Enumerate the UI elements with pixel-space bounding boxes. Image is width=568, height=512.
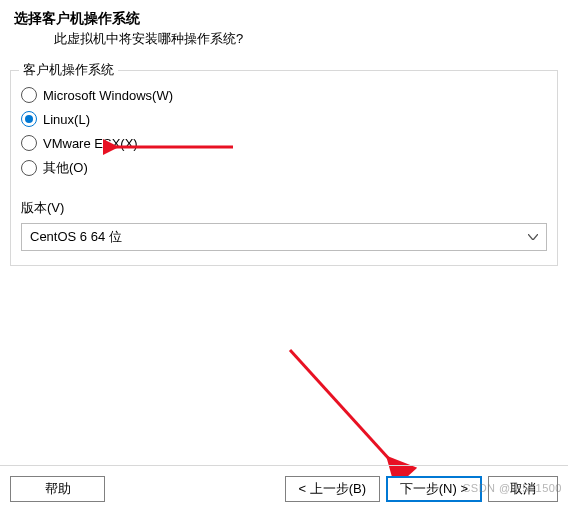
- back-button[interactable]: < 上一步(B): [285, 476, 380, 502]
- next-button[interactable]: 下一步(N) >: [386, 476, 482, 502]
- help-button[interactable]: 帮助: [10, 476, 105, 502]
- guest-os-fieldset: 客户机操作系统 Microsoft Windows(W) Linux(L) VM…: [10, 70, 558, 266]
- cancel-button[interactable]: 取消: [488, 476, 558, 502]
- wizard-button-bar: 帮助 < 上一步(B) 下一步(N) > 取消: [0, 465, 568, 502]
- wizard-header: 选择客户机操作系统 此虚拟机中将安装哪种操作系统?: [0, 0, 568, 52]
- radio-icon: [21, 135, 37, 151]
- radio-dot-icon: [25, 115, 33, 123]
- radio-label: Linux(L): [43, 112, 90, 127]
- button-label: 取消: [510, 480, 536, 498]
- radio-label: VMware ESX(X): [43, 136, 138, 151]
- page-title: 选择客户机操作系统: [14, 10, 554, 28]
- radio-label: 其他(O): [43, 159, 88, 177]
- version-select[interactable]: CentOS 6 64 位: [21, 223, 547, 251]
- chevron-down-icon: [528, 234, 538, 240]
- radio-vmware-esx[interactable]: VMware ESX(X): [21, 135, 547, 151]
- radio-other[interactable]: 其他(O): [21, 159, 547, 177]
- svg-line-1: [290, 350, 390, 460]
- radio-icon: [21, 111, 37, 127]
- radio-icon: [21, 160, 37, 176]
- guest-os-radio-group: Microsoft Windows(W) Linux(L) VMware ESX…: [21, 87, 547, 177]
- radio-windows[interactable]: Microsoft Windows(W): [21, 87, 547, 103]
- radio-linux[interactable]: Linux(L): [21, 111, 547, 127]
- version-section: 版本(V) CentOS 6 64 位: [21, 199, 547, 251]
- button-label: 帮助: [45, 480, 71, 498]
- radio-icon: [21, 87, 37, 103]
- guest-os-legend: 客户机操作系统: [19, 61, 118, 79]
- version-selected-value: CentOS 6 64 位: [30, 228, 122, 246]
- button-label: < 上一步(B): [298, 480, 366, 498]
- button-spacer: [111, 476, 279, 502]
- page-subtitle: 此虚拟机中将安装哪种操作系统?: [14, 30, 554, 48]
- button-label: 下一步(N) >: [400, 480, 468, 498]
- version-label: 版本(V): [21, 199, 547, 217]
- annotation-arrow-next: [270, 340, 430, 480]
- radio-label: Microsoft Windows(W): [43, 88, 173, 103]
